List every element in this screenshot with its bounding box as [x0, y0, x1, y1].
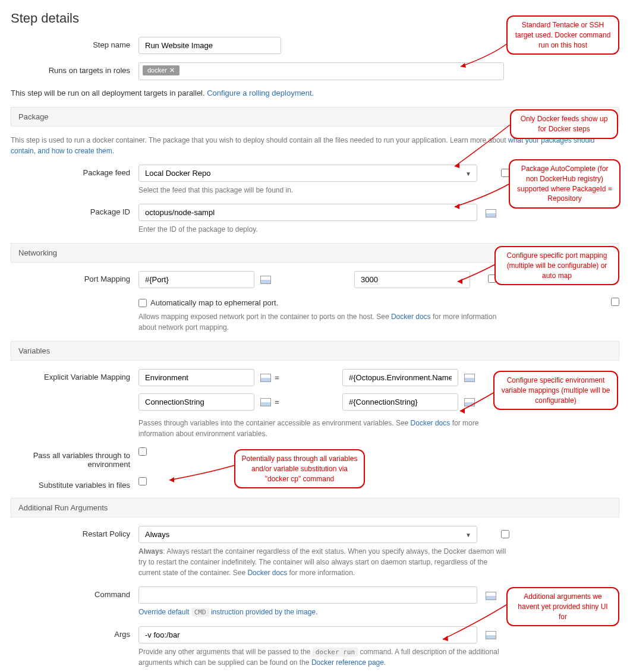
pass-all-label: Pass all variables through to environmen…: [11, 447, 138, 469]
variable-icon[interactable]: [260, 398, 271, 406]
callout-passall: Potentially pass through all variables a…: [234, 449, 365, 488]
section-variables: Variables: [11, 341, 619, 361]
restart-help: Always: Always restart the container reg…: [138, 546, 507, 578]
var-val-input-0[interactable]: [342, 369, 458, 386]
step-name-label: Step name: [11, 37, 138, 49]
variables-help: Passes through variables into the contai…: [138, 418, 507, 439]
callout-autocomplete: Package AutoComplete (for non DockerHub …: [509, 159, 620, 209]
equals-sign: =: [271, 373, 283, 382]
args-input[interactable]: [138, 626, 477, 643]
restart-policy-label: Restart Policy: [11, 526, 138, 538]
networking-help: Allows mapping exposed network port in t…: [138, 311, 507, 333]
substitute-checkbox[interactable]: [138, 477, 147, 485]
command-input[interactable]: [138, 586, 477, 604]
role-tag[interactable]: docker✕: [143, 65, 179, 75]
remove-tag-icon[interactable]: ✕: [169, 67, 175, 74]
roles-input[interactable]: docker✕: [138, 62, 504, 80]
docker-docs-link[interactable]: Docker docs: [391, 313, 431, 321]
args-help: Provide any other arguments that will be…: [138, 646, 507, 668]
equals-sign: =: [271, 397, 283, 406]
parallel-info: This step will be run on all deployment …: [11, 89, 619, 97]
package-id-label: Package ID: [11, 204, 138, 216]
callout-env: Configure specific environment variable …: [493, 371, 618, 410]
section-args: Additional Run Arguments: [11, 498, 619, 518]
package-feed-label: Package feed: [11, 165, 138, 177]
port-host-input[interactable]: [138, 271, 254, 288]
override-cmd-link[interactable]: Override default: [138, 608, 191, 616]
variable-icon[interactable]: [464, 374, 475, 382]
package-feed-select[interactable]: Local Docker Repo: [138, 165, 477, 182]
callout-tentacle: Standard Tentacle or SSH target used. Do…: [506, 15, 619, 55]
command-label: Command: [11, 586, 138, 599]
var-key-input-1[interactable]: [138, 393, 254, 411]
docker-docs-link[interactable]: Docker docs: [247, 569, 287, 577]
svg-marker-5: [169, 477, 174, 482]
restart-checkbox[interactable]: [501, 530, 509, 538]
variable-icon[interactable]: [260, 374, 271, 382]
var-val-input-1[interactable]: [342, 393, 458, 411]
package-id-input[interactable]: [138, 204, 477, 221]
callout-port: Configure specific port mapping (multipl…: [494, 246, 619, 285]
runs-on-label: Runs on targets in roles: [11, 62, 138, 75]
port-container-input[interactable]: [354, 271, 470, 288]
svg-marker-0: [461, 63, 466, 68]
variable-icon[interactable]: [486, 592, 496, 600]
docker-docs-link[interactable]: Docker docs: [411, 419, 451, 427]
svg-marker-2: [455, 204, 459, 209]
auto-map-checkbox[interactable]: [138, 299, 147, 307]
rolling-deployment-link[interactable]: Configure a rolling deployment.: [207, 89, 314, 97]
auto-map-label: Automatically map to ephemeral port.: [150, 298, 278, 307]
port-mapping-label: Port Mapping: [11, 271, 138, 283]
docker-reference-link[interactable]: Docker reference page: [311, 658, 384, 667]
auto-map-side-checkbox[interactable]: [611, 298, 619, 306]
args-label: Args: [11, 626, 138, 639]
callout-feeds: Only Docker feeds show up for Docker ste…: [510, 109, 618, 139]
svg-marker-4: [460, 408, 465, 414]
substitute-label: Substitute variables in files: [11, 477, 138, 490]
step-name-input[interactable]: [138, 37, 281, 54]
restart-policy-select[interactable]: Always: [138, 526, 477, 543]
callout-args: Additional arguments we havent yet provi…: [506, 587, 619, 626]
pass-all-checkbox[interactable]: [138, 447, 147, 456]
package-id-help: Enter the ID of the package to deploy.: [138, 224, 507, 235]
variable-icon[interactable]: [260, 276, 271, 284]
var-key-input-0[interactable]: [138, 369, 254, 386]
explicit-var-label: Explicit Variable Mapping: [11, 369, 138, 381]
svg-marker-3: [458, 279, 462, 284]
